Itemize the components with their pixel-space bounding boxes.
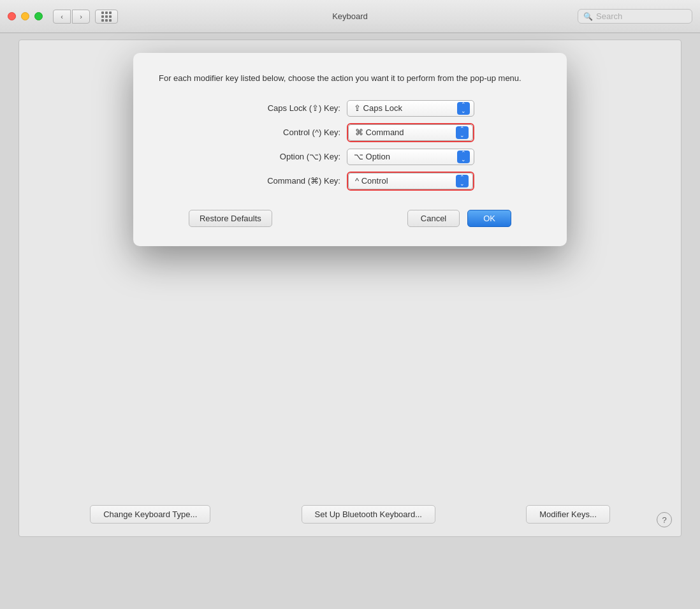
control-arrow-icon bbox=[456, 126, 469, 139]
caps-lock-label: Caps Lock (⇪) Key: bbox=[226, 103, 340, 113]
content-panel: For each modifier key listed below, choo… bbox=[18, 40, 682, 537]
title-bar: ‹ › Keyboard 🔍 Search bbox=[0, 0, 700, 33]
cancel-button[interactable]: Cancel bbox=[407, 210, 460, 227]
nav-buttons: ‹ › bbox=[53, 10, 90, 24]
nav-forward-button[interactable]: › bbox=[72, 10, 90, 24]
search-icon: 🔍 bbox=[583, 12, 593, 21]
close-button[interactable] bbox=[8, 12, 16, 20]
command-select[interactable]: ^ Control bbox=[348, 173, 473, 189]
modifier-keys-button[interactable]: Modifier Keys... bbox=[526, 505, 610, 524]
nav-back-button[interactable]: ‹ bbox=[53, 10, 71, 24]
caps-lock-row: Caps Lock (⇪) Key: ⇪ Caps Lock bbox=[226, 100, 474, 117]
option-select[interactable]: ⌥ Option bbox=[347, 149, 474, 165]
option-select-wrapper[interactable]: ⌥ Option bbox=[347, 149, 474, 165]
bottom-buttons: Change Keyboard Type... Set Up Bluetooth… bbox=[19, 505, 681, 524]
option-value: ⌥ Option bbox=[354, 152, 390, 161]
window-title: Keyboard bbox=[332, 11, 368, 21]
command-row: Command (⌘) Key: ^ Control bbox=[226, 172, 474, 191]
caps-lock-select-wrapper[interactable]: ⇪ Caps Lock bbox=[347, 100, 474, 117]
command-arrow-icon bbox=[456, 175, 469, 187]
key-rows: Caps Lock (⇪) Key: ⇪ Caps Lock Control (… bbox=[159, 100, 541, 191]
option-row: Option (⌥) Key: ⌥ Option bbox=[226, 149, 474, 165]
control-value: ⌘ Command bbox=[355, 128, 404, 137]
maximize-button[interactable] bbox=[34, 12, 43, 20]
main-area: For each modifier key listed below, choo… bbox=[0, 33, 700, 609]
modal-description: For each modifier key listed below, choo… bbox=[159, 72, 541, 85]
command-label: Command (⌘) Key: bbox=[226, 176, 340, 186]
caps-lock-select[interactable]: ⇪ Caps Lock bbox=[347, 100, 474, 117]
modifier-keys-modal: For each modifier key listed below, choo… bbox=[133, 53, 567, 246]
bluetooth-keyboard-button[interactable]: Set Up Bluetooth Keyboard... bbox=[302, 505, 435, 524]
caps-lock-value: ⇪ Caps Lock bbox=[354, 103, 402, 113]
restore-defaults-button[interactable]: Restore Defaults bbox=[189, 210, 272, 227]
search-placeholder: Search bbox=[596, 11, 622, 21]
grid-view-button[interactable] bbox=[95, 10, 118, 24]
search-box[interactable]: 🔍 Search bbox=[578, 9, 692, 24]
control-label: Control (^) Key: bbox=[226, 128, 340, 137]
caps-lock-arrow-icon bbox=[457, 102, 470, 115]
modal-buttons: Restore Defaults Cancel OK bbox=[159, 210, 541, 227]
change-keyboard-type-button[interactable]: Change Keyboard Type... bbox=[90, 505, 210, 524]
grid-dots-icon bbox=[101, 11, 112, 22]
traffic-lights bbox=[8, 12, 43, 20]
command-value: ^ Control bbox=[355, 176, 388, 186]
command-select-wrapper[interactable]: ^ Control bbox=[347, 172, 474, 191]
control-row: Control (^) Key: ⌘ Command bbox=[226, 123, 474, 142]
help-button[interactable]: ? bbox=[657, 512, 672, 527]
minimize-button[interactable] bbox=[21, 12, 29, 20]
option-arrow-icon bbox=[457, 150, 470, 163]
control-select[interactable]: ⌘ Command bbox=[348, 124, 473, 141]
control-select-wrapper[interactable]: ⌘ Command bbox=[347, 123, 474, 142]
option-label: Option (⌥) Key: bbox=[226, 152, 340, 161]
ok-button[interactable]: OK bbox=[467, 210, 511, 227]
